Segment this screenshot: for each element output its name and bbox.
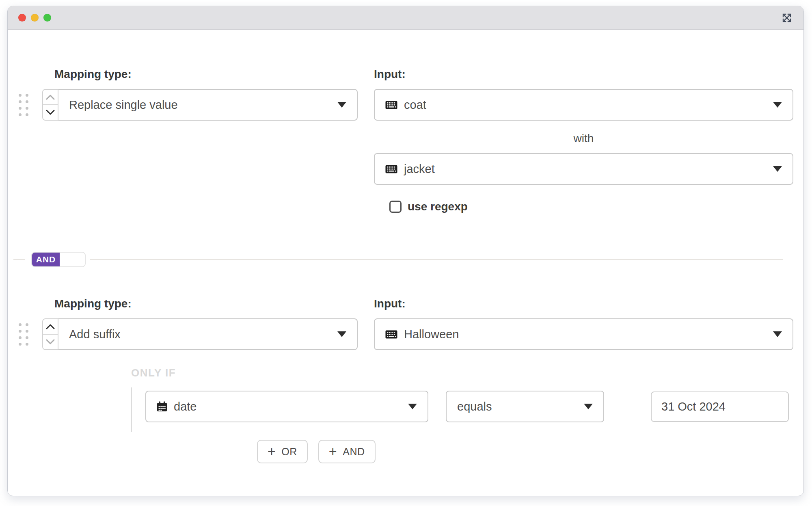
connector-and-segment[interactable]: AND (32, 253, 60, 266)
app-window: Mapping type: Replace single (7, 6, 804, 496)
chevron-down-icon (46, 110, 55, 115)
add-or-label: OR (281, 446, 297, 458)
use-regexp-label: use regexp (408, 200, 468, 213)
traffic-lights (18, 14, 51, 22)
condition-field-value: date (174, 400, 197, 413)
condition-operator-value: equals (457, 400, 492, 413)
move-up-button[interactable] (43, 90, 58, 105)
dropdown-caret-icon (337, 331, 346, 337)
rule-1-mapping-type-column: Mapping type: Replace single (19, 68, 358, 213)
dropdown-caret-icon (773, 102, 782, 108)
condition-operator-select[interactable]: equals (446, 391, 604, 422)
keyboard-icon (385, 101, 397, 109)
connector-line-right (90, 259, 783, 260)
mapping-type-select[interactable]: Add suffix (58, 318, 358, 350)
rule-2-mapping-type-column: Mapping type: Add suffix (19, 297, 358, 350)
chevron-up-icon (46, 324, 55, 329)
input-select[interactable]: Halloween (374, 318, 793, 350)
zoom-window-button[interactable] (43, 14, 51, 22)
input-label: Input: (374, 297, 793, 310)
dropdown-caret-icon (408, 404, 417, 409)
dropdown-caret-icon (584, 404, 593, 409)
close-window-button[interactable] (18, 14, 26, 22)
chevron-up-icon (46, 94, 55, 100)
minimize-window-button[interactable] (31, 14, 39, 22)
mapping-type-select[interactable]: Replace single value (58, 89, 358, 121)
window-titlebar (8, 6, 803, 30)
dropdown-caret-icon (337, 102, 346, 108)
mapping-type-label: Mapping type: (54, 68, 358, 81)
rule-2-input-column: Input: Halloween (374, 297, 793, 350)
mapping-rule-2: Mapping type: Add suffix (19, 297, 793, 350)
with-label: with (374, 132, 793, 145)
reorder-control (42, 318, 58, 350)
add-or-condition-button[interactable]: + OR (257, 440, 308, 463)
mapping-rule-1: Mapping type: Replace single (19, 68, 793, 213)
move-up-button[interactable] (43, 319, 58, 335)
move-down-button[interactable] (43, 105, 58, 120)
input-select[interactable]: coat (374, 89, 793, 121)
plus-icon: + (268, 444, 276, 458)
rule-connector: AND (13, 252, 783, 267)
mapping-type-label: Mapping type: (54, 297, 358, 310)
plus-icon: + (329, 444, 337, 458)
rule-1-input-column: Input: coat with jacket (374, 68, 793, 213)
expand-button[interactable] (781, 12, 793, 24)
move-down-button[interactable] (43, 335, 58, 349)
dropdown-caret-icon (773, 331, 782, 337)
connector-toggle[interactable]: AND (31, 252, 86, 267)
replacement-value: jacket (404, 162, 435, 176)
expand-icon (781, 12, 793, 24)
mapping-form: Mapping type: Replace single (8, 68, 803, 463)
mapping-type-value: Add suffix (69, 328, 121, 341)
chevron-down-icon (46, 339, 55, 345)
add-and-condition-button[interactable]: + AND (318, 440, 376, 463)
condition-field-select[interactable]: date (145, 391, 428, 422)
drag-handle[interactable] (19, 323, 28, 346)
input-label: Input: (374, 68, 793, 81)
input-value: Halloween (404, 328, 459, 341)
condition-block: ONLY IF date equals (131, 367, 793, 463)
add-and-label: AND (343, 446, 365, 458)
input-value: coat (404, 98, 426, 112)
connector-empty-segment[interactable] (60, 253, 85, 266)
keyboard-icon (385, 165, 397, 173)
condition-group: date equals (131, 387, 793, 432)
keyboard-icon (385, 330, 397, 339)
replacement-select[interactable]: jacket (374, 153, 793, 185)
mapping-type-value: Replace single value (69, 98, 178, 112)
dropdown-caret-icon (773, 166, 782, 172)
connector-line-left (13, 259, 25, 260)
condition-value-input[interactable] (651, 391, 789, 422)
calendar-icon (157, 401, 167, 412)
only-if-label: ONLY IF (131, 367, 793, 378)
use-regexp-checkbox[interactable] (389, 201, 402, 213)
drag-handle[interactable] (19, 94, 28, 116)
reorder-control (42, 89, 58, 121)
